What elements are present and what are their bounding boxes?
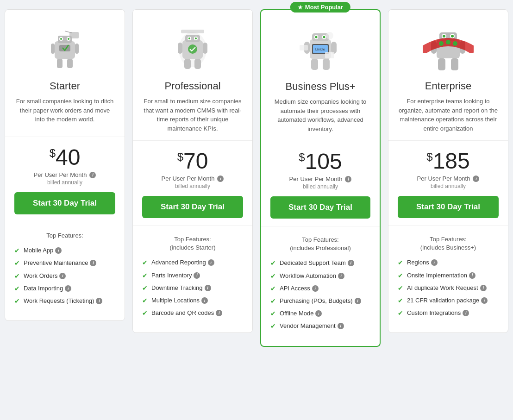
feature-item: ✔ Work Orders i: [14, 272, 115, 280]
check-icon: ✔: [14, 272, 20, 280]
billing-info-icon[interactable]: i: [473, 176, 479, 182]
info-icon[interactable]: i: [463, 310, 469, 316]
info-icon[interactable]: i: [312, 285, 319, 292]
per-user-label: Per User Per Month i: [14, 171, 115, 178]
info-icon[interactable]: i: [355, 298, 361, 304]
card-pricing: $70 Per User Per Month i billed annually…: [133, 141, 252, 226]
feature-item: ✔ API Access i: [270, 284, 370, 293]
card-top: Starter For small companies looking to d…: [5, 10, 125, 137]
feature-text: Workflow Automation i: [280, 272, 344, 280]
plan-card-starter: Starter For small companies looking to d…: [5, 9, 125, 321]
info-icon[interactable]: i: [59, 273, 66, 279]
info-icon[interactable]: i: [96, 298, 102, 304]
svg-point-18: [188, 38, 190, 39]
feature-text: Offline Mode i: [280, 309, 322, 318]
feature-item: ✔ Preventive Maintenance i: [14, 259, 115, 267]
svg-rect-51: [451, 58, 458, 70]
check-icon: ✔: [142, 284, 148, 292]
features-subtitle: (includes Starter): [170, 244, 216, 251]
card-pricing: $40 Per User Per Month i billed annually…: [5, 137, 125, 222]
feature-text: Regions i: [407, 258, 438, 267]
features-subtitle: (includes Business+): [420, 244, 476, 251]
check-icon: ✔: [270, 272, 276, 280]
check-icon: ✔: [398, 259, 403, 266]
plan-name: Business Plus+: [270, 81, 370, 93]
plan-price: $70: [142, 150, 243, 172]
svg-rect-50: [438, 58, 445, 70]
trial-button[interactable]: Start 30 Day Trial: [270, 196, 370, 219]
plan-description: For small companies looking to ditch the…: [14, 97, 115, 129]
info-icon[interactable]: i: [481, 297, 488, 304]
svg-rect-15: [185, 35, 200, 42]
plan-description: For small to medium size companies that …: [142, 97, 243, 133]
trial-button[interactable]: Start 30 Day Trial: [398, 196, 499, 218]
feature-item: ✔ AI duplicate Work Request i: [398, 284, 499, 292]
feature-text: 21 CFR validation package i: [407, 296, 488, 305]
svg-rect-40: [300, 45, 308, 50]
feature-item: ✔ Offline Mode i: [270, 309, 370, 318]
feature-text: Preventive Maintenance i: [24, 259, 96, 267]
svg-point-53: [446, 40, 450, 44]
feature-item: ✔ Regions i: [398, 258, 499, 267]
info-icon[interactable]: i: [315, 310, 322, 317]
card-features: Top Features:(includes Starter) ✔ Advanc…: [133, 226, 252, 332]
feature-text: Work Requests (Ticketing) i: [24, 297, 102, 305]
info-icon[interactable]: i: [55, 247, 62, 254]
feature-item: ✔ Work Requests (Ticketing) i: [14, 297, 115, 305]
feature-item: ✔ Mobile App i: [14, 246, 115, 255]
plan-card-business-plus: ★ Most Popular Limble Bus: [260, 9, 381, 347]
svg-point-52: [439, 41, 444, 46]
per-user-label: Per User Per Month i: [398, 175, 499, 182]
features-title: Top Features:(includes Business+): [398, 235, 499, 252]
plan-card-professional: Professional For small to medium size co…: [132, 9, 253, 333]
info-icon[interactable]: i: [216, 310, 222, 316]
robot-image: [37, 24, 93, 75]
check-icon: ✔: [14, 285, 20, 292]
info-icon[interactable]: i: [201, 297, 208, 304]
info-icon[interactable]: i: [205, 285, 211, 291]
check-icon: ✔: [142, 309, 148, 317]
svg-rect-22: [184, 59, 191, 69]
check-icon: ✔: [142, 272, 148, 279]
feature-text: Custom Integrations i: [407, 309, 469, 317]
svg-rect-20: [178, 43, 182, 54]
svg-point-24: [188, 44, 197, 54]
svg-point-46: [443, 35, 445, 38]
svg-rect-39: [325, 52, 334, 58]
info-icon[interactable]: i: [348, 260, 354, 266]
billing-info-icon[interactable]: i: [217, 176, 224, 182]
info-icon[interactable]: i: [338, 323, 344, 329]
check-icon: ✔: [398, 309, 403, 317]
info-icon[interactable]: i: [90, 260, 96, 266]
info-icon[interactable]: i: [431, 259, 438, 266]
robot-image: [420, 24, 476, 75]
feature-item: ✔ Downtime Tracking i: [142, 284, 243, 292]
plan-name: Enterprise: [398, 80, 499, 92]
svg-point-31: [323, 36, 325, 38]
info-icon[interactable]: i: [65, 285, 71, 292]
check-icon: ✔: [270, 285, 276, 292]
billing-info-icon[interactable]: i: [89, 172, 96, 178]
svg-point-19: [195, 38, 197, 39]
plan-card-enterprise: Enterprise For enterprise teams looking …: [388, 9, 508, 333]
feature-item: ✔ Custom Integrations i: [398, 309, 499, 317]
feature-item: ✔ Onsite Implementation i: [398, 271, 499, 280]
trial-button[interactable]: Start 30 Day Trial: [142, 196, 243, 218]
popular-badge: ★ Most Popular: [290, 2, 350, 13]
feature-text: API Access i: [280, 284, 319, 293]
info-icon[interactable]: i: [480, 285, 487, 291]
info-icon[interactable]: i: [338, 273, 344, 279]
feature-item: ✔ Parts Inventory i: [142, 271, 243, 280]
info-icon[interactable]: i: [194, 272, 200, 279]
billing-info-icon[interactable]: i: [345, 176, 351, 182]
star-icon: ★: [298, 4, 303, 11]
card-pricing: $185 Per User Per Month i billed annuall…: [388, 141, 508, 226]
check-icon: ✔: [398, 284, 403, 292]
info-icon[interactable]: i: [208, 259, 214, 266]
trial-button[interactable]: Start 30 Day Trial: [14, 192, 115, 214]
plan-name: Starter: [14, 80, 115, 92]
info-icon[interactable]: i: [469, 272, 475, 279]
svg-point-5: [68, 38, 69, 40]
svg-rect-34: [311, 59, 318, 70]
features-title: Top Features:: [14, 232, 115, 240]
